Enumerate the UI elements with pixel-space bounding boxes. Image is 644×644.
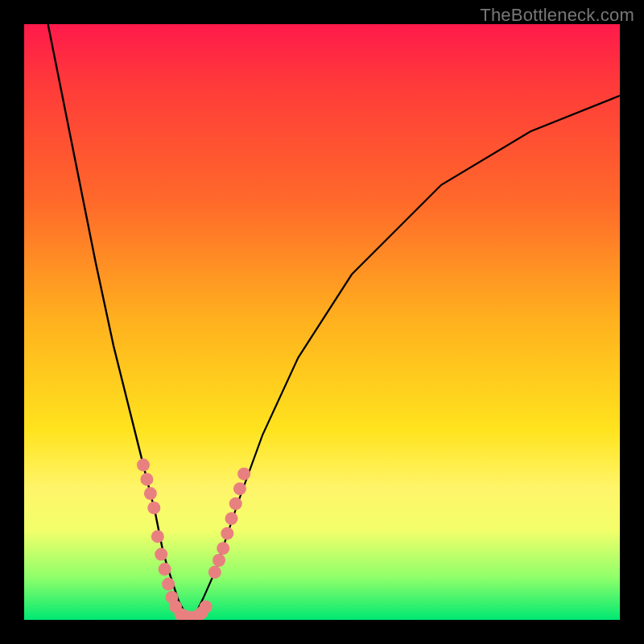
data-point	[147, 502, 160, 514]
data-point	[233, 482, 246, 495]
data-point	[208, 566, 221, 579]
data-point	[217, 542, 229, 555]
curve-left-branch	[48, 24, 192, 617]
data-point	[200, 601, 213, 613]
chart-frame: TheBottleneck.com	[0, 0, 644, 644]
watermark-text: TheBottleneck.com	[480, 5, 634, 26]
curve-layer	[24, 24, 620, 620]
data-point	[155, 548, 167, 561]
data-point	[137, 459, 150, 472]
plot-area	[24, 24, 620, 620]
data-point	[221, 527, 233, 540]
data-point	[213, 554, 225, 567]
curve-right-branch	[191, 96, 620, 617]
data-point	[237, 468, 250, 481]
data-point	[159, 563, 171, 576]
data-point	[162, 578, 175, 591]
dots-right-branch	[208, 468, 250, 579]
data-point	[144, 487, 157, 500]
data-point	[140, 473, 153, 485]
data-point	[229, 497, 242, 510]
data-point	[225, 512, 238, 525]
data-point	[151, 530, 164, 543]
